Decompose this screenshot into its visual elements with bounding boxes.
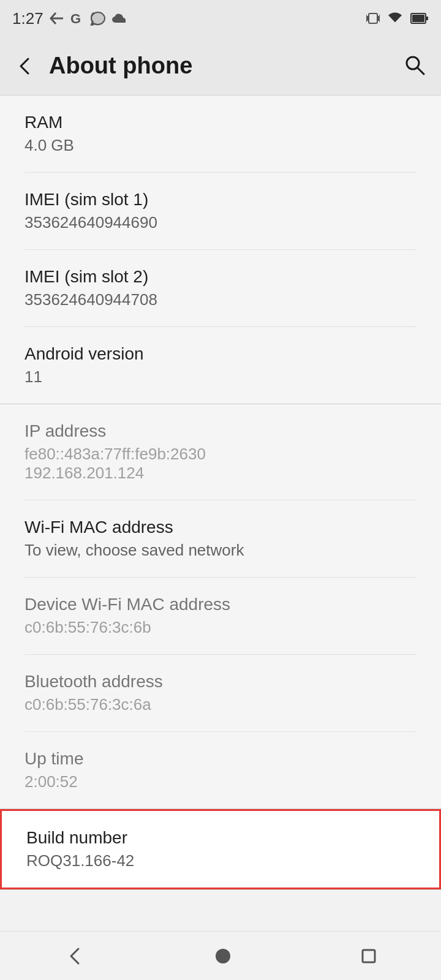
content: RAM 4.0 GB IMEI (sim slot 1) 35362464094… — [0, 96, 441, 890]
list-item-android-version[interactable]: Android version 11 — [24, 327, 417, 404]
bluetooth-label: Bluetooth address — [24, 672, 417, 692]
battery-icon — [410, 12, 429, 25]
status-icons: G — [50, 11, 129, 26]
wifi-icon — [386, 11, 404, 26]
build-number-label: Build number — [26, 828, 415, 848]
svg-rect-2 — [369, 13, 377, 23]
wifi-mac-value: To view, choose saved network — [24, 541, 417, 560]
device-wifi-mac-label: Device Wi-Fi MAC address — [24, 595, 417, 614]
recents-nav-button[interactable] — [342, 941, 396, 971]
bluetooth-value: c0:6b:55:76:3c:6a — [24, 695, 417, 714]
google-icon: G — [70, 11, 85, 26]
vibrate-icon — [366, 10, 380, 27]
ram-label: RAM — [24, 113, 417, 132]
back-button[interactable] — [15, 55, 37, 77]
imei1-label: IMEI (sim slot 1) — [24, 190, 417, 209]
android-version-value: 11 — [24, 368, 417, 386]
status-right — [366, 10, 429, 27]
status-time: 1:27 — [12, 9, 43, 28]
status-bar: 1:27 G — [0, 0, 441, 37]
signal-icon — [50, 12, 66, 25]
list-item-ip-address: IP address fe80::483a:77ff:fe9b:2630192.… — [24, 404, 417, 500]
section-network: IP address fe80::483a:77ff:fe9b:2630192.… — [0, 404, 441, 809]
section-main: RAM 4.0 GB IMEI (sim slot 1) 35362464094… — [0, 96, 441, 404]
imei1-value: 353624640944690 — [24, 213, 417, 232]
svg-rect-13 — [363, 950, 375, 962]
bottom-divider — [0, 889, 441, 890]
imei2-value: 353624640944708 — [24, 290, 417, 309]
list-item-ram[interactable]: RAM 4.0 GB — [24, 96, 417, 173]
svg-rect-8 — [412, 15, 424, 22]
list-item-uptime: Up time 2:00:52 — [24, 732, 417, 809]
page-title: About phone — [49, 53, 192, 79]
list-item-imei2[interactable]: IMEI (sim slot 2) 353624640944708 — [24, 250, 417, 327]
uptime-label: Up time — [24, 749, 417, 769]
app-bar-left: About phone — [15, 53, 192, 79]
ip-address-label: IP address — [24, 421, 417, 441]
list-item-device-wifi-mac: Device Wi-Fi MAC address c0:6b:55:76:3c:… — [24, 578, 417, 655]
build-number-value: ROQ31.166-42 — [26, 851, 415, 870]
cloud-icon — [111, 12, 129, 25]
svg-point-12 — [216, 949, 230, 963]
status-left: 1:27 G — [12, 9, 129, 28]
list-item-wifi-mac[interactable]: Wi-Fi MAC address To view, choose saved … — [24, 500, 417, 578]
wifi-mac-label: Wi-Fi MAC address — [24, 518, 417, 537]
list-item-build-number[interactable]: Build number ROQ31.166-42 — [0, 809, 441, 889]
bottom-nav — [0, 931, 441, 980]
svg-rect-9 — [426, 17, 428, 20]
uptime-value: 2:00:52 — [24, 772, 417, 791]
message-icon — [90, 11, 106, 26]
imei2-label: IMEI (sim slot 2) — [24, 267, 417, 287]
svg-text:G: G — [70, 11, 81, 26]
device-wifi-mac-value: c0:6b:55:76:3c:6b — [24, 618, 417, 637]
app-bar: About phone — [0, 37, 441, 96]
back-nav-button[interactable] — [45, 939, 104, 973]
android-version-label: Android version — [24, 344, 417, 364]
svg-line-11 — [417, 67, 424, 74]
ram-value: 4.0 GB — [24, 136, 417, 155]
ip-address-value: fe80::483a:77ff:fe9b:2630192.168.201.124 — [24, 445, 417, 483]
list-item-imei1[interactable]: IMEI (sim slot 1) 353624640944690 — [24, 173, 417, 250]
list-item-bluetooth: Bluetooth address c0:6b:55:76:3c:6a — [24, 655, 417, 732]
home-nav-button[interactable] — [195, 941, 251, 971]
search-button[interactable] — [403, 53, 426, 79]
